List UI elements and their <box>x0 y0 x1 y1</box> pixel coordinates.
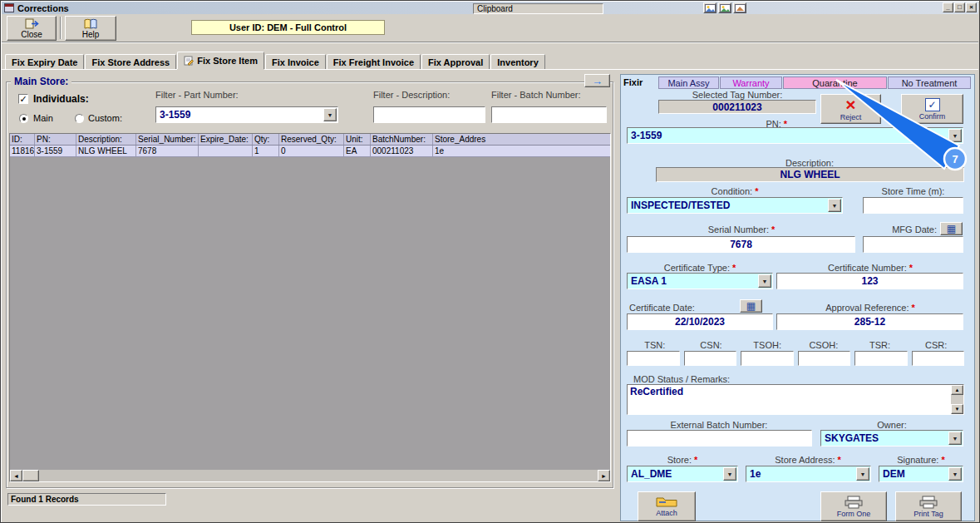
chevron-down-icon[interactable]: ▼ <box>723 467 736 481</box>
pn-combo[interactable]: 3-1559 ▼ <box>627 127 963 144</box>
scroll-down-icon[interactable]: ▼ <box>951 404 963 414</box>
chevron-down-icon[interactable]: ▼ <box>856 467 869 481</box>
table-header: ID: PN: Description: Serial_Number: Expi… <box>10 134 610 146</box>
serial-number-input[interactable]: 7678 <box>627 236 855 253</box>
certificate-type-combo[interactable]: EASA 1 ▼ <box>627 273 773 289</box>
print-tag-button[interactable]: Print Tag <box>895 491 962 521</box>
printer-icon <box>918 496 938 509</box>
certificate-date-input[interactable]: 22/10/2023 <box>627 313 773 330</box>
chevron-down-icon[interactable]: ▼ <box>323 108 337 121</box>
calendar-icon[interactable]: ▦ <box>740 299 762 313</box>
scrollbar-thumb[interactable] <box>22 470 39 481</box>
mfg-date-input[interactable] <box>863 236 963 253</box>
tab-fix-store-item[interactable]: Fix Store Item <box>177 52 264 69</box>
fix-tab-no-treatment[interactable]: No Treatment <box>888 76 971 89</box>
chevron-down-icon[interactable]: ▼ <box>948 467 962 481</box>
chevron-down-icon[interactable]: ▼ <box>948 129 962 142</box>
column-header[interactable]: ID: <box>10 134 35 145</box>
corrections-window: Corrections Clipboard _ □ × Close Help U… <box>0 0 980 523</box>
custom-radio[interactable] <box>75 114 84 123</box>
attach-button[interactable]: Attach <box>638 491 696 521</box>
main-radio[interactable] <box>19 114 28 123</box>
form-one-button[interactable]: Form One <box>820 491 887 521</box>
tab-fix-expiry-date[interactable]: Fix Expiry Date <box>5 54 84 69</box>
tsr-input[interactable] <box>854 351 908 366</box>
column-header[interactable]: BatchNumber: <box>371 134 433 145</box>
tab-fix-store-address[interactable]: Fix Store Address <box>85 54 176 69</box>
column-header[interactable]: PN: <box>35 134 76 145</box>
image-icon[interactable] <box>718 2 731 13</box>
chevron-down-icon[interactable]: ▼ <box>948 432 962 445</box>
user-banner-text: User ID: DEM - Full Control <box>229 22 347 32</box>
filter-batch-label: Filter - Batch Number: <box>491 90 581 100</box>
certificate-number-input[interactable]: 123 <box>776 273 963 289</box>
csn-input[interactable] <box>684 351 737 366</box>
notepad-icon <box>184 56 194 66</box>
filter-part-number-combo[interactable]: 3-1559 ▼ <box>155 106 338 123</box>
image-icon[interactable] <box>703 2 717 13</box>
tab-inventory[interactable]: Inventory <box>490 54 545 69</box>
maximize-button[interactable]: □ <box>954 2 965 12</box>
csoh-input[interactable] <box>798 351 851 366</box>
scroll-right-icon[interactable]: ► <box>598 470 610 481</box>
external-batch-input[interactable] <box>627 430 812 447</box>
condition-label: Condition:* <box>668 186 801 196</box>
exit-door-icon <box>25 18 39 29</box>
reject-button[interactable]: × Reject <box>820 94 881 124</box>
tab-fix-approval[interactable]: Fix Approval <box>421 54 490 69</box>
tab-fix-invoice[interactable]: Fix Invoice <box>265 54 326 69</box>
csr-input[interactable] <box>912 351 965 366</box>
chevron-down-icon[interactable]: ▼ <box>828 199 841 212</box>
close-button[interactable]: Close <box>7 16 57 41</box>
owner-combo[interactable]: SKYGATES ▼ <box>820 430 963 447</box>
store-time-input[interactable] <box>863 197 963 214</box>
send-to-fix-button[interactable]: → <box>584 74 610 87</box>
tsn-input[interactable] <box>627 351 680 366</box>
column-header[interactable]: Qty: <box>253 134 279 145</box>
fix-tab-quarantine[interactable]: Quarantine <box>783 76 887 89</box>
tab-fix-freight-invoice[interactable]: Fix Freight Invoice <box>327 54 421 69</box>
fix-tab-warranty[interactable]: Warranty <box>720 76 782 89</box>
confirm-check-icon: ✓ <box>925 98 940 111</box>
condition-combo[interactable]: INSPECTED/TESTED ▼ <box>627 197 843 214</box>
tsoh-input[interactable] <box>741 351 794 366</box>
table-row[interactable]: 118165 3-1559 NLG WHEEL 7678 1 0 EA 0002… <box>10 146 610 157</box>
store-address-combo[interactable]: 1e ▼ <box>746 466 871 482</box>
main-store-title: Main Store: <box>11 76 71 87</box>
calendar-icon[interactable]: ▦ <box>940 222 963 235</box>
horizontal-scrollbar[interactable]: ◄ ► <box>10 470 610 481</box>
signature-combo[interactable]: DEM ▼ <box>879 466 963 482</box>
column-header[interactable]: Unit: <box>344 134 371 145</box>
csn-label: CSN: <box>683 340 740 350</box>
filter-description-input[interactable] <box>373 106 485 123</box>
user-banner: User ID: DEM - Full Control <box>191 20 385 35</box>
column-header[interactable]: Description: <box>76 134 136 145</box>
store-combo[interactable]: AL_DME ▼ <box>627 466 738 482</box>
column-header[interactable]: Store_Addres <box>433 134 610 145</box>
image-icon[interactable] <box>733 2 746 13</box>
individuals-checkbox[interactable]: ✓ <box>18 94 28 104</box>
printer-icon <box>844 496 864 509</box>
description-field: NLG WHEEL <box>656 167 964 182</box>
titlebar-tools <box>703 2 746 13</box>
selected-tag-field: 000211023 <box>658 100 816 114</box>
confirm-button[interactable]: ✓ Confirm <box>901 94 963 124</box>
tsn-label: TSN: <box>627 340 683 350</box>
close-window-button[interactable]: × <box>966 2 977 12</box>
column-header[interactable]: Expire_Date: <box>199 134 253 145</box>
filter-batch-number-input[interactable] <box>491 106 607 123</box>
chevron-down-icon[interactable]: ▼ <box>758 274 771 288</box>
scroll-up-icon[interactable]: ▲ <box>951 385 963 395</box>
mod-status-textarea[interactable]: ReCertified ▲ ▼ <box>627 384 964 415</box>
scroll-left-icon[interactable]: ◄ <box>10 470 22 481</box>
minimize-button[interactable]: _ <box>943 2 953 12</box>
help-button[interactable]: Help <box>65 16 116 41</box>
column-header[interactable]: Serial_Number: <box>136 134 199 145</box>
vertical-scrollbar[interactable]: ▲ ▼ <box>951 385 963 414</box>
close-button-label: Close <box>21 30 42 39</box>
scrollbar-track[interactable] <box>39 470 598 481</box>
filter-desc-label: Filter - Description: <box>373 90 450 100</box>
approval-reference-input[interactable]: 285-12 <box>776 313 963 330</box>
fix-tab-main-assy[interactable]: Main Assy <box>658 76 719 89</box>
column-header[interactable]: Reserved_Qty: <box>279 134 344 145</box>
